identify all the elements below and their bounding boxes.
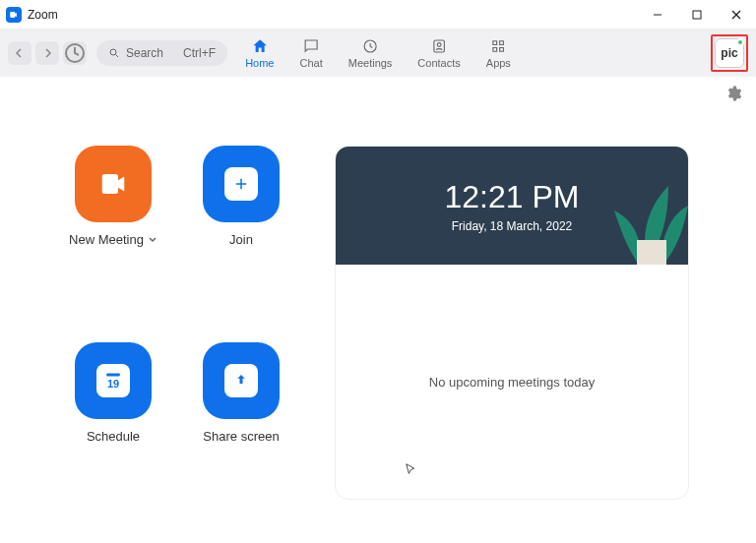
search-icon — [108, 47, 120, 59]
nav-forward-button[interactable] — [35, 41, 59, 65]
contacts-icon — [430, 37, 448, 55]
chat-icon — [302, 37, 320, 55]
join-label: Join — [229, 232, 253, 247]
calendar-panel: 12:21 PM Friday, 18 March, 2022 No upcom… — [335, 146, 689, 500]
new-meeting-action[interactable]: New Meeting — [59, 146, 167, 303]
zoom-app-icon — [6, 7, 22, 23]
svg-line-5 — [116, 55, 119, 58]
tab-contacts-label: Contacts — [417, 57, 460, 69]
search-input[interactable]: Search Ctrl+F — [96, 40, 227, 66]
tab-chat-label: Chat — [299, 57, 322, 69]
share-screen-label: Share screen — [203, 429, 279, 444]
search-label: Search — [126, 46, 163, 60]
plant-decoration — [609, 147, 688, 265]
tab-apps[interactable]: Apps — [486, 37, 511, 69]
tab-home-label: Home — [245, 57, 274, 69]
svg-point-4 — [110, 49, 116, 55]
svg-rect-9 — [106, 374, 120, 377]
tab-meetings[interactable]: Meetings — [348, 37, 393, 69]
video-icon — [75, 146, 152, 222]
svg-point-8 — [437, 43, 441, 47]
search-shortcut: Ctrl+F — [183, 46, 216, 60]
empty-meetings-text: No upcoming meetings today — [429, 375, 595, 390]
history-button[interactable] — [63, 41, 87, 65]
tab-contacts[interactable]: Contacts — [417, 37, 460, 69]
clock-date: Friday, 18 March, 2022 — [452, 219, 573, 233]
main-tabs: Home Chat Meetings Contacts Apps — [245, 30, 511, 77]
svg-rect-1 — [693, 11, 701, 19]
maximize-button[interactable] — [677, 0, 717, 30]
calendar-icon: 19 — [75, 342, 152, 419]
settings-button[interactable] — [724, 85, 742, 106]
tab-apps-label: Apps — [486, 57, 511, 69]
clock-icon — [361, 37, 379, 55]
presence-dot — [736, 38, 744, 46]
cursor-icon — [405, 462, 418, 479]
titlebar: Zoom — [0, 0, 756, 30]
profile-menu-highlight: pic — [711, 34, 748, 72]
toolbar: Search Ctrl+F Home Chat Meetings Contact… — [0, 30, 756, 77]
calendar-day-number: 19 — [107, 378, 119, 390]
share-icon — [203, 342, 280, 419]
svg-rect-10 — [637, 240, 666, 265]
share-screen-action[interactable]: Share screen — [187, 342, 295, 500]
home-content: New Meeting Join 19 Schedule Share — [0, 106, 756, 519]
window-title: Zoom — [28, 8, 58, 22]
home-icon — [251, 37, 269, 55]
panel-body: No upcoming meetings today — [336, 265, 688, 499]
gear-icon — [724, 85, 742, 102]
clock-time: 12:21 PM — [445, 179, 580, 215]
panel-header: 12:21 PM Friday, 18 March, 2022 — [336, 147, 688, 265]
plus-icon — [203, 146, 280, 222]
tab-home[interactable]: Home — [245, 37, 274, 69]
join-action[interactable]: Join — [187, 146, 295, 303]
minimize-button[interactable] — [638, 0, 677, 30]
apps-icon — [489, 37, 507, 55]
nav-back-button[interactable] — [8, 41, 32, 65]
tab-chat[interactable]: Chat — [299, 37, 322, 69]
chevron-down-icon[interactable] — [148, 235, 158, 245]
tab-meetings-label: Meetings — [348, 57, 393, 69]
new-meeting-label: New Meeting — [69, 232, 144, 247]
close-button[interactable] — [717, 0, 756, 30]
schedule-action[interactable]: 19 Schedule — [59, 342, 167, 500]
action-grid: New Meeting Join 19 Schedule Share — [59, 146, 295, 500]
schedule-label: Schedule — [87, 429, 140, 444]
